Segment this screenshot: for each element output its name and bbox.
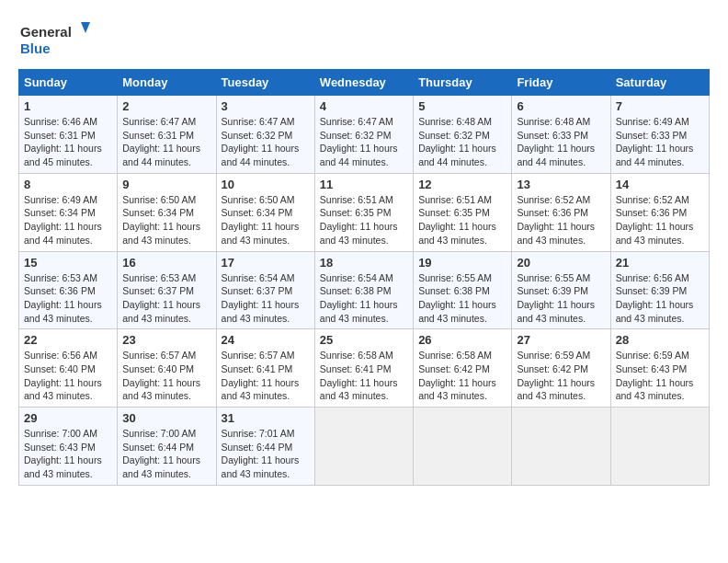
calendar-cell: 29 Sunrise: 7:00 AM Sunset: 6:43 PM Dayl… (19, 408, 118, 486)
sunset-label: Sunset: 6:42 PM (418, 363, 490, 374)
calendar-cell: 31 Sunrise: 7:01 AM Sunset: 6:44 PM Dayl… (216, 408, 314, 486)
calendar-cell: 22 Sunrise: 6:56 AM Sunset: 6:40 PM Dayl… (19, 329, 118, 408)
day-number: 2 (122, 99, 210, 113)
day-number: 25 (320, 333, 408, 347)
sunset-label: Sunset: 6:38 PM (418, 285, 490, 296)
daylight-label: Daylight: 11 hours and 43 minutes. (222, 454, 300, 479)
sunset-label: Sunset: 6:36 PM (517, 207, 588, 218)
day-number: 5 (418, 99, 506, 113)
daylight-label: Daylight: 11 hours and 43 minutes. (616, 377, 694, 402)
sunrise-label: Sunrise: 7:00 AM (24, 428, 97, 439)
day-number: 20 (517, 256, 605, 270)
day-info: Sunrise: 6:59 AM Sunset: 6:42 PM Dayligh… (517, 349, 605, 403)
day-info: Sunrise: 6:51 AM Sunset: 6:35 PM Dayligh… (418, 193, 506, 247)
sunrise-label: Sunrise: 6:56 AM (616, 272, 689, 283)
daylight-label: Daylight: 11 hours and 43 minutes. (222, 377, 300, 402)
day-number: 23 (122, 333, 210, 347)
day-info: Sunrise: 6:48 AM Sunset: 6:32 PM Dayligh… (418, 115, 506, 169)
day-info: Sunrise: 6:51 AM Sunset: 6:35 PM Dayligh… (320, 193, 408, 247)
day-info: Sunrise: 6:48 AM Sunset: 6:33 PM Dayligh… (517, 115, 605, 169)
calendar-cell: 24 Sunrise: 6:57 AM Sunset: 6:41 PM Dayl… (216, 329, 314, 408)
day-info: Sunrise: 7:00 AM Sunset: 6:44 PM Dayligh… (122, 427, 210, 481)
daylight-label: Daylight: 11 hours and 43 minutes. (320, 221, 398, 246)
day-number: 6 (517, 99, 605, 113)
sunset-label: Sunset: 6:32 PM (418, 130, 490, 141)
sunset-label: Sunset: 6:34 PM (122, 207, 194, 218)
calendar-table: SundayMondayTuesdayWednesdayThursdayFrid… (18, 69, 710, 486)
day-number: 29 (24, 411, 112, 425)
day-number: 31 (222, 411, 310, 425)
sunset-label: Sunset: 6:38 PM (320, 285, 392, 296)
sunrise-label: Sunrise: 6:50 AM (222, 194, 295, 205)
calendar-cell: 28 Sunrise: 6:59 AM Sunset: 6:43 PM Dayl… (610, 329, 709, 408)
sunset-label: Sunset: 6:39 PM (616, 285, 688, 296)
sunset-label: Sunset: 6:41 PM (320, 363, 392, 374)
day-info: Sunrise: 6:56 AM Sunset: 6:39 PM Dayligh… (616, 271, 704, 326)
calendar-cell (314, 408, 413, 486)
sunrise-label: Sunrise: 6:58 AM (418, 350, 492, 361)
col-header-wednesday: Wednesday (314, 70, 413, 96)
daylight-label: Daylight: 11 hours and 43 minutes. (122, 299, 200, 324)
sunset-label: Sunset: 6:34 PM (24, 207, 96, 218)
day-number: 4 (320, 99, 408, 113)
calendar-cell: 16 Sunrise: 6:53 AM Sunset: 6:37 PM Dayl… (118, 251, 216, 329)
sunrise-label: Sunrise: 6:54 AM (320, 272, 393, 283)
sunset-label: Sunset: 6:32 PM (222, 130, 293, 141)
day-info: Sunrise: 6:58 AM Sunset: 6:41 PM Dayligh… (320, 349, 408, 403)
sunset-label: Sunset: 6:37 PM (122, 285, 194, 296)
sunrise-label: Sunrise: 6:46 AM (24, 116, 97, 127)
sunset-label: Sunset: 6:35 PM (418, 207, 490, 218)
daylight-label: Daylight: 11 hours and 43 minutes. (24, 454, 102, 479)
logo-svg: General Blue (18, 18, 92, 60)
calendar-cell: 4 Sunrise: 6:47 AM Sunset: 6:32 PM Dayli… (314, 96, 413, 174)
daylight-label: Daylight: 11 hours and 43 minutes. (418, 221, 496, 246)
sunset-label: Sunset: 6:42 PM (517, 363, 588, 374)
daylight-label: Daylight: 11 hours and 43 minutes. (122, 454, 200, 479)
calendar-cell: 5 Sunrise: 6:48 AM Sunset: 6:32 PM Dayli… (414, 96, 512, 174)
sunrise-label: Sunrise: 6:50 AM (122, 194, 196, 205)
daylight-label: Daylight: 11 hours and 44 minutes. (24, 221, 102, 246)
day-number: 9 (122, 178, 210, 191)
daylight-label: Daylight: 11 hours and 43 minutes. (418, 299, 496, 324)
calendar-cell: 30 Sunrise: 7:00 AM Sunset: 6:44 PM Dayl… (118, 408, 216, 486)
sunrise-label: Sunrise: 6:49 AM (616, 116, 689, 127)
calendar-cell: 27 Sunrise: 6:59 AM Sunset: 6:42 PM Dayl… (512, 329, 610, 408)
calendar-cell: 7 Sunrise: 6:49 AM Sunset: 6:33 PM Dayli… (610, 96, 709, 174)
col-header-sunday: Sunday (19, 70, 118, 96)
day-number: 3 (222, 99, 310, 113)
sunset-label: Sunset: 6:37 PM (222, 285, 293, 296)
calendar-cell: 19 Sunrise: 6:55 AM Sunset: 6:38 PM Dayl… (414, 251, 512, 329)
sunrise-label: Sunrise: 6:54 AM (222, 272, 295, 283)
sunrise-label: Sunrise: 6:57 AM (222, 350, 295, 361)
day-number: 16 (122, 256, 210, 270)
sunrise-label: Sunrise: 6:52 AM (517, 194, 590, 205)
day-info: Sunrise: 7:01 AM Sunset: 6:44 PM Dayligh… (222, 427, 310, 481)
calendar-cell: 25 Sunrise: 6:58 AM Sunset: 6:41 PM Dayl… (314, 329, 413, 408)
calendar-cell: 9 Sunrise: 6:50 AM Sunset: 6:34 PM Dayli… (118, 173, 216, 251)
daylight-label: Daylight: 11 hours and 43 minutes. (24, 299, 102, 324)
sunset-label: Sunset: 6:41 PM (222, 363, 293, 374)
calendar-cell (512, 408, 610, 486)
day-number: 8 (24, 178, 112, 191)
sunset-label: Sunset: 6:44 PM (222, 442, 293, 453)
day-info: Sunrise: 6:53 AM Sunset: 6:36 PM Dayligh… (24, 271, 112, 326)
day-info: Sunrise: 6:54 AM Sunset: 6:38 PM Dayligh… (320, 271, 408, 326)
day-number: 1 (24, 99, 112, 113)
day-info: Sunrise: 6:56 AM Sunset: 6:40 PM Dayligh… (24, 349, 112, 403)
daylight-label: Daylight: 11 hours and 44 minutes. (616, 143, 694, 167)
svg-text:General: General (20, 24, 72, 40)
day-info: Sunrise: 6:49 AM Sunset: 6:34 PM Dayligh… (24, 193, 112, 247)
calendar-cell: 2 Sunrise: 6:47 AM Sunset: 6:31 PM Dayli… (118, 96, 216, 174)
daylight-label: Daylight: 11 hours and 44 minutes. (418, 143, 496, 167)
daylight-label: Daylight: 11 hours and 45 minutes. (24, 143, 102, 167)
day-info: Sunrise: 6:47 AM Sunset: 6:32 PM Dayligh… (320, 115, 408, 169)
daylight-label: Daylight: 11 hours and 43 minutes. (517, 377, 595, 402)
day-number: 24 (222, 333, 310, 347)
calendar-cell: 11 Sunrise: 6:51 AM Sunset: 6:35 PM Dayl… (314, 173, 413, 251)
day-number: 26 (418, 333, 506, 347)
daylight-label: Daylight: 11 hours and 43 minutes. (517, 221, 595, 246)
calendar-cell (414, 408, 512, 486)
calendar-cell: 15 Sunrise: 6:53 AM Sunset: 6:36 PM Dayl… (19, 251, 118, 329)
daylight-label: Daylight: 11 hours and 43 minutes. (320, 299, 398, 324)
calendar-cell: 21 Sunrise: 6:56 AM Sunset: 6:39 PM Dayl… (610, 251, 709, 329)
